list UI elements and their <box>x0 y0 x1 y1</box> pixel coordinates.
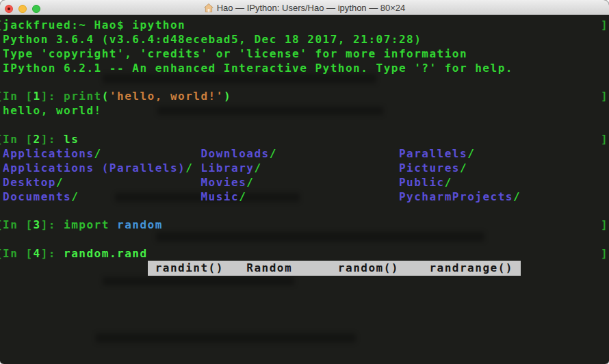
line-edge-bracket: [ <box>0 247 3 261</box>
terminal-line: []In [2]: ls <box>0 133 609 147</box>
text-segment: 1 <box>34 90 41 103</box>
text-segment: Python 3.6.4 (v3.6.4:d48ecebad5, Dec 18 … <box>3 33 422 46</box>
line-edge-bracket: ] <box>601 247 608 261</box>
text-segment: / <box>56 176 64 189</box>
line-edge-bracket: [ <box>0 133 3 147</box>
line-edge-bracket: ] <box>601 90 608 104</box>
completion-menu: randint() Random random() randrange() <box>148 261 521 276</box>
text-segment <box>254 176 399 189</box>
terminal-line: []In [1]: print('hello, world!') <box>0 90 609 104</box>
text-segment: / <box>246 176 254 189</box>
terminal-line: Python 3.6.4 (v3.6.4:d48ecebad5, Dec 18 … <box>0 33 609 47</box>
text-segment: Applications (Parallels) <box>3 161 185 174</box>
terminal-line: hello, world! <box>0 104 609 118</box>
terminal-line: Type 'copyright', 'credits' or 'license'… <box>0 47 609 62</box>
text-segment: In [ <box>3 247 34 260</box>
text-segment: ( <box>102 90 109 103</box>
text-segment: Type 'copyright', 'credits' or 'license'… <box>3 47 467 60</box>
line-edge-bracket: ] <box>601 18 608 33</box>
terminal-line: []In [4]: random.rand <box>0 247 609 261</box>
text-segment: Public <box>399 176 445 189</box>
terminal-line: Applications/ Downloads/ Parallels/ <box>0 147 609 161</box>
text-segment: / <box>185 161 193 174</box>
text-segment: Applications <box>3 147 94 160</box>
text-segment: / <box>460 161 467 174</box>
text-segment: / <box>513 190 521 203</box>
text-segment: In [ <box>3 90 34 103</box>
terminal-line <box>0 233 609 247</box>
line-edge-bracket: [ <box>0 218 3 233</box>
terminal-line <box>0 205 609 219</box>
titlebar-title-area: Hao — IPython: Users/Hao — ipython — 80×… <box>0 0 609 15</box>
text-segment: Pictures <box>399 161 460 174</box>
terminal-line: IPython 6.2.1 -- An enhanced Interactive… <box>0 62 609 76</box>
text-segment: IPython 6.2.1 -- An enhanced Interactive… <box>3 62 513 75</box>
text-segment: In [ <box>3 133 34 146</box>
terminal-output: []jackfrued:~ Hao$ ipythonPython 3.6.4 (… <box>0 15 609 276</box>
text-segment: Downloads <box>200 147 269 160</box>
text-segment: random <box>117 218 163 231</box>
line-edge-bracket: ] <box>601 218 608 233</box>
line-edge-bracket: ] <box>601 133 608 147</box>
text-segment: Parallels <box>399 147 467 160</box>
text-segment: ]: <box>41 218 64 231</box>
text-segment: import <box>64 218 109 231</box>
text-segment: / <box>270 147 277 160</box>
completion-item[interactable]: random() <box>338 261 430 274</box>
completion-item[interactable]: Random <box>246 261 338 274</box>
home-folder-icon[interactable] <box>204 3 213 12</box>
text-segment <box>277 147 399 160</box>
text-segment <box>262 161 399 174</box>
completion-item[interactable]: randrange() <box>429 261 513 274</box>
completion-item[interactable]: randint() <box>155 261 247 274</box>
terminal-line <box>0 118 609 133</box>
text-segment: / <box>254 161 261 174</box>
terminal-line: randint() Random random() randrange() <box>0 261 609 276</box>
text-segment: random.rand <box>64 247 147 260</box>
text-segment: In [ <box>3 218 34 231</box>
terminal-line: []jackfrued:~ Hao$ ipython <box>0 18 609 33</box>
text-segment: / <box>94 147 102 160</box>
text-segment: / <box>239 190 246 203</box>
text-segment: / <box>467 147 475 160</box>
text-segment: Desktop <box>3 176 56 189</box>
text-segment: / <box>71 190 79 203</box>
terminal-screen[interactable]: []jackfrued:~ Hao$ ipythonPython 3.6.4 (… <box>0 15 609 363</box>
text-segment: 2 <box>34 133 41 146</box>
menu-padding <box>513 261 521 274</box>
text-segment: PycharmProjects <box>399 190 513 203</box>
text-segment: Library <box>200 161 254 174</box>
window-title: Hao — IPython: Users/Hao — ipython — 80×… <box>217 3 406 13</box>
text-segment: ) <box>224 90 231 103</box>
text-segment: jackfrued:~ Hao$ ipython <box>3 18 185 31</box>
terminal-line <box>0 76 609 90</box>
text-segment: 'hello, world!' <box>109 90 224 103</box>
text-segment: Documents <box>3 190 71 203</box>
line-edge-bracket: [ <box>0 18 3 33</box>
menu-offset <box>3 262 148 275</box>
text-segment: ]: <box>41 90 64 103</box>
menu-padding <box>148 261 155 274</box>
text-segment: Music <box>200 190 239 203</box>
text-segment <box>193 161 200 174</box>
text-segment: ]: <box>41 247 64 260</box>
line-edge-bracket: [ <box>0 90 3 104</box>
text-segment <box>64 176 200 189</box>
terminal-line: []In [3]: import random <box>0 218 609 233</box>
ghost-text-smudge <box>103 277 294 285</box>
text-segment <box>109 218 117 231</box>
text-segment <box>102 147 201 160</box>
text-segment: Movies <box>200 176 246 189</box>
terminal-line: Applications (Parallels)/ Library/ Pictu… <box>0 161 609 176</box>
text-segment: 3 <box>34 218 41 231</box>
text-segment <box>246 190 399 203</box>
text-segment: 4 <box>34 247 41 260</box>
ghost-text-smudge <box>96 333 356 343</box>
text-segment: / <box>445 176 452 189</box>
terminal-line: Documents/ Music/ PycharmProjects/ <box>0 190 609 205</box>
terminal-window: Hao — IPython: Users/Hao — ipython — 80×… <box>0 0 609 364</box>
text-segment <box>79 190 200 203</box>
text-segment: ]: <box>41 133 64 146</box>
window-titlebar[interactable]: Hao — IPython: Users/Hao — ipython — 80×… <box>0 0 609 15</box>
text-segment: ls <box>64 133 79 146</box>
